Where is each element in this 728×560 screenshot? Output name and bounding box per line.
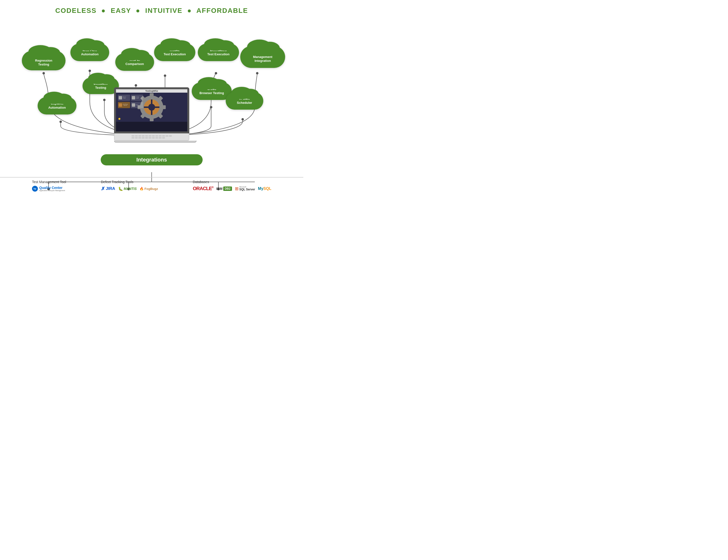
screen-menu-icon-4 (132, 103, 135, 107)
key-row-1 (132, 135, 172, 137)
integrations-section: Test Management Tool hp Quality Center A… (0, 177, 303, 192)
svg-point-1 (89, 70, 91, 72)
cloud-label-webflow: Web FlowAutomation (81, 48, 99, 57)
key (132, 137, 134, 139)
cloud-label-crossbrowser: CrossBrowser Testing (199, 87, 224, 95)
cloud-label-testmgmt: TestManagementIntegration (253, 51, 272, 63)
screen-body: RecordScript Configuration Click ButtonE… (116, 93, 187, 122)
key (142, 135, 145, 137)
integration-label-defect: Defect Tracking Tools (101, 180, 133, 184)
integration-col-test-mgmt: Test Management Tool hp Quality Center A… (32, 180, 66, 192)
cloud-label-captcha: CaptchaAutomation (48, 102, 66, 110)
laptop-foot (114, 141, 197, 143)
fogbugz-icon: 🔥 (140, 187, 144, 191)
screen-menu-icon-3 (119, 103, 122, 107)
quality-center-brand: Quality Center (39, 186, 65, 190)
cloud-cross-browser: CrossBrowser Testing (192, 83, 232, 100)
integration-label-db: Databases (193, 180, 209, 184)
tagline-word2: EASY (111, 7, 131, 14)
cloud-captcha: CaptchaAutomation (38, 97, 76, 115)
screen-logo-bar: TestingWhiz (116, 89, 187, 93)
screen-menu-item-1: RecordScript (118, 95, 130, 101)
cloud-database: DatabaseTesting (83, 78, 119, 94)
key (155, 137, 158, 139)
mantis-text: MANTIS (124, 187, 137, 191)
jira-icon: ✗ (101, 186, 105, 192)
svg-point-3 (103, 99, 106, 101)
cloud-inbuilt: In-builtScheduler (226, 92, 263, 110)
mysql-sql: SQL (263, 187, 271, 191)
cloud-label-inbuilt: In-builtScheduler (237, 97, 252, 105)
key (165, 135, 168, 137)
oracle-logo: ORACLE® (193, 186, 213, 191)
integration-col-db: Databases ORACLE® IBM DB2 ⊞ (193, 180, 271, 192)
dot1: ● (101, 7, 106, 14)
db2-badge: DB2 (223, 187, 232, 191)
microsoft-label: Microsoft (239, 186, 255, 188)
status-dot (118, 118, 120, 120)
key-row-2 (132, 137, 172, 139)
integration-col-defect: Defect Tracking Tools ✗ JIRA 🐛 MANTIS (101, 180, 158, 192)
sqlserver-text-block: Microsoft SQL Server (239, 186, 255, 191)
jira-logo: ✗ JIRA (101, 186, 115, 192)
key (152, 137, 155, 139)
key (169, 135, 172, 137)
defect-logos: ✗ JIRA 🐛 MANTIS 🔥 FogBugz (101, 186, 158, 192)
cloud-distributed: DistributedTest Execution (198, 44, 239, 61)
screen-menu-text-3: Click ButtonExecute (123, 104, 128, 106)
svg-point-7 (210, 106, 212, 108)
svg-point-5 (164, 75, 166, 77)
key (162, 137, 165, 139)
keyboard-rows (132, 135, 172, 139)
jira-text: JIRA (106, 186, 115, 191)
svg-point-4 (135, 84, 137, 87)
key (138, 137, 141, 139)
screen-menu-item-3: Click ButtonExecute (118, 102, 130, 108)
fogbugz-text: FogBugz (144, 187, 158, 191)
dot2: ● (136, 7, 141, 14)
key (155, 135, 158, 137)
hp-icon: hp (32, 186, 38, 192)
screen-menu-icon-2 (132, 96, 135, 99)
quality-center-text: Quality Center Application Lifecycle Man… (39, 186, 65, 191)
key (138, 135, 141, 137)
cloud-label-webui: Web UIComparison (125, 58, 144, 66)
cloud-web-ui: Web UIComparison (115, 53, 154, 71)
app-name: TestingWhiz (145, 90, 158, 92)
db-logos: ORACLE® IBM DB2 ⊞ Microsoft SQL S (193, 186, 271, 191)
key (132, 135, 134, 137)
oracle-reg: ® (212, 186, 213, 189)
diagram: AutomatedRegressionTesting Web FlowAutom… (0, 17, 303, 192)
cloud-test-mgmt: TestManagementIntegration (240, 46, 285, 68)
key (149, 135, 151, 137)
mysql-my: My (258, 187, 263, 191)
cloud-label-mobile: MobileTest Execution (164, 48, 186, 57)
key (142, 137, 145, 139)
svg-point-0 (42, 72, 45, 75)
key (159, 135, 162, 137)
integration-label-test-mgmt: Test Management Tool (32, 180, 66, 184)
key (152, 135, 155, 137)
page: CODELESS ● EASY ● INTUITIVE ● AFFORDABLE (0, 0, 303, 235)
key (145, 137, 148, 139)
cloud-label-distributed: DistributedTest Execution (207, 48, 230, 57)
mysql-logo: My SQL (258, 187, 271, 191)
mantis-logo: 🐛 MANTIS (118, 187, 137, 191)
svg-point-9 (241, 118, 244, 121)
cloud-web-flow: Web FlowAutomation (70, 44, 109, 61)
screen-menu-item-2: Configuration (131, 95, 143, 101)
mantis-icon: 🐛 (118, 187, 123, 191)
tagline-word4: AFFORDABLE (196, 7, 248, 14)
integrations-columns: Test Management Tool hp Quality Center A… (0, 180, 303, 192)
screen-menu-item-4: Help (131, 102, 143, 108)
dot3: ● (187, 7, 192, 14)
key (162, 135, 165, 137)
cloud-automated-regression: AutomatedRegressionTesting (22, 51, 66, 70)
laptop-screen: TestingWhiz (114, 87, 189, 133)
key (159, 137, 162, 139)
quality-center-sub: Application Lifecycle Management (39, 190, 65, 191)
cloud-label-automated: AutomatedRegressionTesting (35, 55, 52, 67)
ibm-text: IBM (216, 187, 223, 191)
cloud-mobile: MobileTest Execution (154, 44, 195, 61)
key (135, 137, 138, 139)
